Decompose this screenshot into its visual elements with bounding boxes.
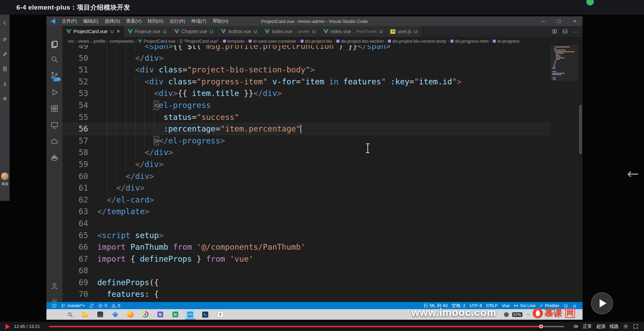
fullscreen-icon[interactable] (633, 323, 639, 329)
taskbar-diamond[interactable] (110, 309, 120, 319)
minimap[interactable] (551, 45, 578, 302)
tab-Featrue.vue[interactable]: Featrue.vueU (124, 26, 170, 37)
line-text[interactable]: import PanThumb from '@/components/PanTh… (88, 241, 305, 253)
code-line[interactable]: 55 status="success" (62, 111, 551, 123)
window-minimize-button[interactable]: ─ (535, 16, 551, 26)
line-button[interactable]: 线路 (610, 323, 619, 330)
menu-item[interactable]: 文件(F) (59, 16, 80, 26)
code-line[interactable]: 50 </div> (62, 52, 551, 64)
line-text[interactable]: <span>{{ $t('msg.profile.projectFunction… (88, 45, 391, 52)
line-text[interactable]: defineProps({ (88, 277, 159, 289)
breadcrumb-item[interactable]: src (68, 39, 74, 44)
line-text[interactable] (88, 265, 97, 277)
tab-Author.vue[interactable]: Author.vueU (217, 26, 261, 37)
code-line[interactable]: 52 <div class="progress-item" v-for="ite… (62, 76, 551, 88)
code-line[interactable]: 63</template> (62, 206, 551, 218)
seek-bar[interactable] (49, 326, 564, 327)
status-language-mode[interactable]: Vue (500, 303, 512, 308)
rail-pen-icon[interactable] (0, 49, 10, 59)
breadcrumb-item[interactable]: div.project-bio-section (336, 39, 383, 44)
tab-user.js[interactable]: JSuser.jsU (387, 26, 421, 37)
status-sync[interactable] (87, 303, 96, 308)
close-icon[interactable]: × (117, 28, 120, 35)
taskbar-explorer[interactable] (80, 309, 90, 319)
code-line[interactable]: 69defineProps({ (62, 277, 551, 289)
breadcrumb-item[interactable]: el-card.user-container (249, 39, 296, 44)
taskbar-h-app[interactable]: H (170, 309, 180, 319)
taskbar-typora[interactable]: T (215, 309, 225, 319)
breadcrumb-item[interactable]: div.project-bio-section-body (388, 39, 446, 44)
code-line[interactable]: 56 :percentage="item.percentage" (62, 123, 551, 135)
tray-chevron-icon[interactable] (526, 312, 530, 317)
menu-item[interactable]: 转到(G) (144, 16, 167, 26)
window-close-button[interactable]: × (567, 16, 583, 26)
play-button[interactable] (5, 324, 10, 329)
status-git-branch[interactable]: master*+ (59, 303, 87, 308)
tab-index.vue[interactable]: index.vue...\profileU (261, 26, 319, 37)
breadcrumb-item[interactable]: ProjectCard.vue (138, 39, 175, 44)
code-line[interactable]: 70 features: { (62, 288, 551, 300)
taskbar-start[interactable] (50, 309, 60, 319)
code-line[interactable]: 68 (62, 265, 551, 277)
speed-button[interactable]: 正常 (583, 323, 592, 330)
line-text[interactable]: import { defineProps } from 'vue' (88, 253, 253, 265)
seek-knob[interactable] (539, 325, 543, 328)
code-line[interactable]: 57 ></el-progress> (62, 135, 551, 147)
menu-item[interactable]: 查看(V) (123, 16, 144, 26)
activity-cloud-icon[interactable] (46, 134, 62, 148)
breadcrumb-item[interactable]: div.progress-item (450, 39, 489, 44)
volume-icon[interactable] (573, 323, 579, 329)
floating-play-button[interactable] (591, 292, 613, 314)
rail-doc-icon[interactable] (0, 64, 10, 73)
code-line[interactable]: 65<script setup> (62, 230, 551, 242)
line-text[interactable]: </el-card> (88, 194, 154, 206)
line-text[interactable]: <div>{{ item.title }}</div> (88, 87, 282, 99)
line-text[interactable]: </div> (88, 170, 154, 182)
split-icon[interactable] (552, 29, 557, 34)
status-warnings[interactable]: 0 (109, 303, 122, 308)
scrollbar-thumb[interactable] (579, 105, 582, 154)
code-line[interactable]: 61 </div> (62, 182, 551, 194)
menu-item[interactable]: 终端(T) (188, 16, 210, 26)
menu-item[interactable]: 帮助(H) (210, 16, 232, 26)
activity-debug-icon[interactable] (46, 85, 62, 99)
activity-extensions-icon[interactable] (46, 101, 62, 115)
line-text[interactable]: :percentage="item.percentage" (88, 123, 301, 135)
activity-scm-icon[interactable]: 129 (46, 68, 62, 82)
line-text[interactable]: </div> (88, 182, 145, 194)
code-line[interactable]: 59 </div> (62, 158, 551, 170)
rail-avatar[interactable] (1, 173, 9, 180)
code-line[interactable]: 67import { defineProps } from 'vue' (62, 253, 551, 265)
code-line[interactable]: 58 </div> (62, 147, 551, 158)
code-line[interactable]: 51 <div class="project-bio-section-body"… (62, 64, 551, 76)
taskbar-vscode[interactable]: </> (185, 309, 195, 319)
breadcrumb-item[interactable]: template (223, 39, 244, 44)
window-maximize-button[interactable]: □ (551, 16, 567, 26)
code-line[interactable]: 60 </div> (62, 170, 551, 182)
line-text[interactable]: </template> (88, 206, 149, 218)
taskbar-notion[interactable]: N (155, 309, 165, 319)
line-text[interactable]: features: { (88, 288, 159, 300)
collapse-arrow-icon[interactable]: ← (627, 165, 639, 182)
code-line[interactable]: 66import PanThumb from '@/components/Pan… (62, 241, 551, 253)
editor[interactable]: 49 <span>{{ $t('msg.profile.projectFunct… (62, 45, 583, 302)
rail-back-icon[interactable] (0, 18, 10, 28)
code-line[interactable]: 62 </el-card> (62, 194, 551, 206)
activity-docker-icon[interactable] (46, 151, 62, 164)
player-settings-icon[interactable] (623, 323, 629, 329)
tab-ProjectCard.vue[interactable]: ProjectCard.vueU× (62, 26, 124, 37)
taskbar-chrome[interactable] (140, 309, 150, 319)
line-text[interactable] (88, 218, 97, 230)
line-text[interactable]: </div> (88, 147, 173, 158)
line-text[interactable]: <div class="project-bio-section-body"> (88, 64, 315, 76)
menu-item[interactable]: 编辑(E) (80, 16, 101, 26)
line-text[interactable]: <div class="progress-item" v-for="item i… (88, 76, 462, 88)
code-line[interactable]: 54 <el-progress (62, 99, 551, 111)
taskbar-mail[interactable] (95, 309, 105, 319)
taskbar-search[interactable] (65, 309, 75, 319)
tab-Chapter.vue[interactable]: Chapter.vueU (170, 26, 217, 37)
panel-icon[interactable] (562, 29, 568, 34)
menu-item[interactable]: 选择(S) (101, 16, 123, 26)
activity-files-icon[interactable] (46, 38, 62, 51)
taskbar-powershell[interactable]: >_ (200, 309, 210, 319)
